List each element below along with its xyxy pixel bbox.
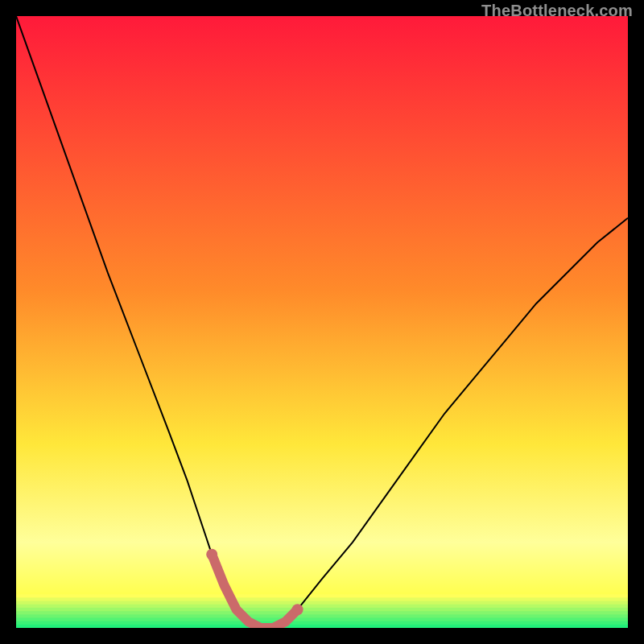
svg-rect-0	[16, 594, 628, 598]
svg-rect-9	[16, 625, 628, 628]
svg-rect-8	[16, 621, 628, 625]
plot-area	[16, 16, 628, 628]
svg-rect-7	[16, 617, 628, 621]
svg-rect-5	[16, 611, 628, 615]
svg-point-11	[292, 604, 303, 615]
gradient-background	[16, 16, 628, 628]
svg-rect-2	[16, 601, 628, 605]
chart-frame: TheBottleneck.com	[0, 0, 644, 644]
svg-point-10	[206, 549, 217, 560]
svg-rect-3	[16, 605, 628, 609]
svg-rect-1	[16, 597, 628, 601]
svg-rect-6	[16, 614, 628, 618]
svg-rect-4	[16, 608, 628, 612]
bottom-stripe-bands	[16, 594, 628, 628]
bottleneck-chart	[16, 16, 628, 628]
